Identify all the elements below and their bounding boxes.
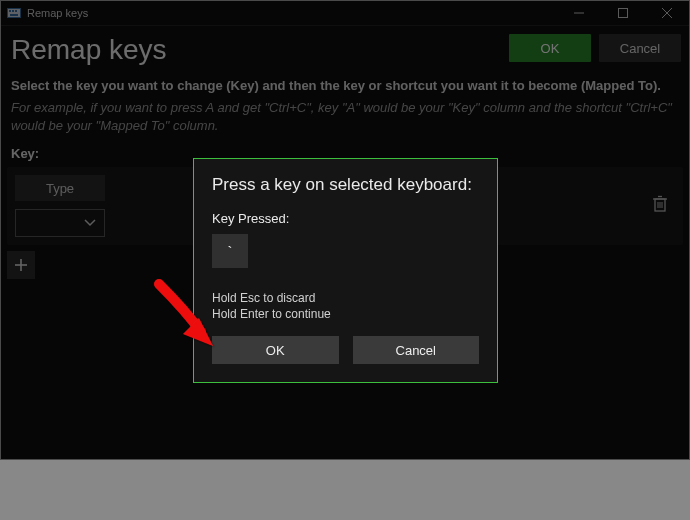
type-key-button[interactable]: Type (15, 175, 105, 201)
plus-icon (14, 258, 28, 272)
minimize-button[interactable] (557, 1, 601, 25)
key-pressed-label: Key Pressed: (212, 211, 479, 226)
dialog-cancel-button[interactable]: Cancel (353, 336, 480, 364)
key-column-header: Key: (11, 146, 39, 161)
window-title: Remap keys (27, 7, 88, 19)
page-title: Remap keys (11, 34, 167, 66)
dialog-title: Press a key on selected keyboard: (212, 175, 479, 195)
ok-button[interactable]: OK (509, 34, 591, 62)
key-dropdown[interactable] (15, 209, 105, 237)
cancel-button[interactable]: Cancel (599, 34, 681, 62)
maximize-button[interactable] (601, 1, 645, 25)
svg-rect-4 (15, 10, 17, 12)
chevron-down-icon (84, 219, 96, 227)
svg-rect-7 (619, 9, 628, 18)
example-text: For example, if you want to press A and … (1, 93, 689, 134)
titlebar: Remap keys (1, 1, 689, 26)
svg-rect-3 (12, 10, 14, 12)
dialog-hint: Hold Esc to discard Hold Enter to contin… (212, 290, 479, 322)
header: Remap keys OK Cancel (1, 26, 689, 66)
key-capture-dialog: Press a key on selected keyboard: Key Pr… (193, 158, 498, 383)
keyboard-icon (7, 8, 21, 18)
captured-key-display: ` (212, 234, 248, 268)
description-text: Select the key you want to change (Key) … (1, 66, 689, 93)
dialog-ok-button[interactable]: OK (212, 336, 339, 364)
trash-icon (652, 195, 668, 213)
remap-keys-window: Remap keys Remap keys OK Cancel Select t… (0, 0, 690, 460)
add-row-button[interactable] (7, 251, 35, 279)
close-button[interactable] (645, 1, 689, 25)
delete-row-button[interactable] (647, 191, 673, 217)
svg-rect-5 (10, 14, 18, 16)
svg-rect-2 (9, 10, 11, 12)
